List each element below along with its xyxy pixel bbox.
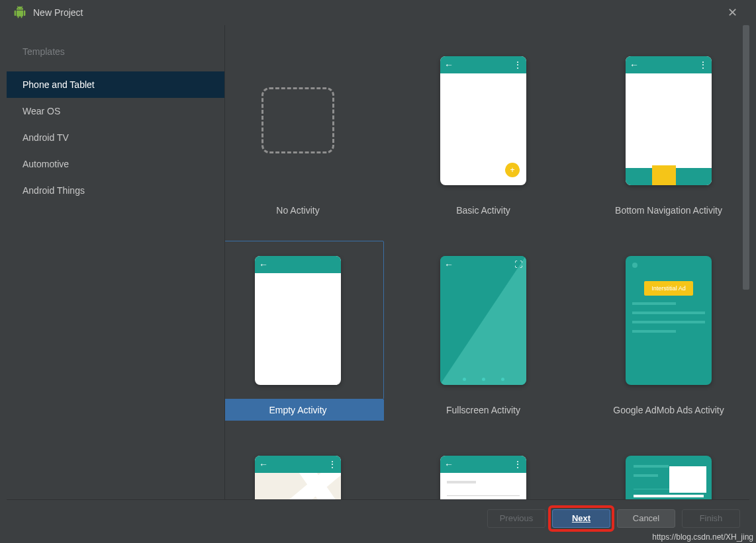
template-admob-activity[interactable]: Interstitial Ad Google AdMob Ads Activit… xyxy=(583,241,741,421)
template-label: Basic Activity xyxy=(397,200,569,221)
cancel-button[interactable]: Cancel xyxy=(617,509,675,528)
template-label: No Activity xyxy=(225,200,384,221)
button-label: Next xyxy=(572,513,591,523)
previous-button[interactable]: Previous xyxy=(487,509,545,528)
template-fullscreen-activity[interactable]: ← ⛶ Fullscreen Activity xyxy=(397,241,569,421)
watermark-text: https://blog.csdn.net/XH_jing xyxy=(652,532,753,542)
sidebar-item-android-things[interactable]: Android Things xyxy=(7,177,224,204)
finish-button[interactable]: Finish xyxy=(682,509,740,528)
interstitial-ad-badge: Interstitial Ad xyxy=(644,281,693,296)
next-button[interactable]: Next xyxy=(552,509,610,528)
sidebar-item-phone-tablet[interactable]: Phone and Tablet xyxy=(7,71,224,98)
template-label: Fullscreen Activity xyxy=(397,399,569,421)
sidebar-item-label: Phone and Tablet xyxy=(23,79,95,90)
sidebar-item-label: Automotive xyxy=(23,159,69,169)
android-logo-icon xyxy=(13,6,26,19)
button-label: Finish xyxy=(700,513,723,523)
overflow-menu-icon: ⋮ xyxy=(513,460,522,469)
back-arrow-icon: ← xyxy=(630,60,639,69)
template-login-activity[interactable]: ← ⋮ Login Activity xyxy=(397,440,569,499)
close-icon[interactable]: ✕ xyxy=(722,3,743,22)
new-project-dialog: New Project ✕ Templates Phone and Tablet… xyxy=(7,0,749,536)
back-arrow-icon: ← xyxy=(444,460,453,469)
device-preview: ← xyxy=(255,256,341,385)
status-dot-icon xyxy=(632,263,638,268)
overflow-menu-icon: ⋮ xyxy=(328,460,337,469)
template-basic-activity[interactable]: ← ⋮ + Basic Activity xyxy=(397,41,569,221)
dialog-body: Templates Phone and Tablet Wear OS Andro… xyxy=(7,25,749,499)
sidebar-item-wear-os[interactable]: Wear OS xyxy=(7,98,224,124)
fullscreen-icon: ⛶ xyxy=(514,261,522,269)
dashed-placeholder-icon xyxy=(261,87,334,153)
template-no-activity[interactable]: No Activity xyxy=(225,41,384,221)
back-arrow-icon: ← xyxy=(444,260,453,269)
pager-dots-icon xyxy=(440,378,526,381)
window-title: New Project xyxy=(33,7,722,18)
overflow-menu-icon: ⋮ xyxy=(513,60,522,69)
template-label: Bottom Navigation Activity xyxy=(583,200,741,221)
sidebar-item-automotive[interactable]: Automotive xyxy=(7,151,224,177)
device-preview: ← ⋮ xyxy=(255,456,341,500)
templates-sidebar: Templates Phone and Tablet Wear OS Andro… xyxy=(7,25,225,499)
sidebar-item-android-tv[interactable]: Android TV xyxy=(7,124,224,151)
device-preview xyxy=(626,456,712,500)
template-label: Empty Activity xyxy=(225,399,384,421)
device-preview: ← ⋮ xyxy=(626,56,712,185)
device-preview: ← ⋮ + xyxy=(440,56,526,185)
bottom-nav-bar xyxy=(626,168,712,185)
template-label: Google AdMob Ads Activity xyxy=(583,399,741,421)
template-bottom-navigation-activity[interactable]: ← ⋮ Bottom Navigation Activity xyxy=(583,41,741,221)
vertical-scrollbar[interactable] xyxy=(743,25,749,499)
button-label: Previous xyxy=(500,513,534,523)
device-preview: ← ⛶ xyxy=(440,256,526,385)
device-preview: Interstitial Ad xyxy=(626,256,712,385)
back-arrow-icon: ← xyxy=(444,60,453,69)
button-label: Cancel xyxy=(633,513,659,523)
template-gallery-container: No Activity ← ⋮ + xyxy=(225,25,749,499)
fab-add-icon: + xyxy=(505,163,520,177)
sidebar-item-label: Android Things xyxy=(23,185,85,196)
template-master-detail[interactable]: Master/Detail Flow xyxy=(583,440,741,499)
sidebar-item-label: Android TV xyxy=(23,132,69,143)
overflow-menu-icon: ⋮ xyxy=(698,60,708,69)
device-preview: ← ⋮ xyxy=(440,456,526,500)
template-gallery[interactable]: No Activity ← ⋮ + xyxy=(225,25,741,499)
titlebar: New Project ✕ xyxy=(7,0,749,25)
back-arrow-icon: ← xyxy=(259,260,268,269)
dialog-footer: Previous Next Cancel Finish xyxy=(7,499,749,536)
sidebar-item-label: Wear OS xyxy=(23,106,60,116)
template-maps-activity[interactable]: ← ⋮ xyxy=(225,440,384,499)
back-arrow-icon: ← xyxy=(259,460,268,469)
template-empty-activity[interactable]: ← Empty Activity xyxy=(225,241,384,421)
sidebar-heading: Templates xyxy=(7,25,224,71)
